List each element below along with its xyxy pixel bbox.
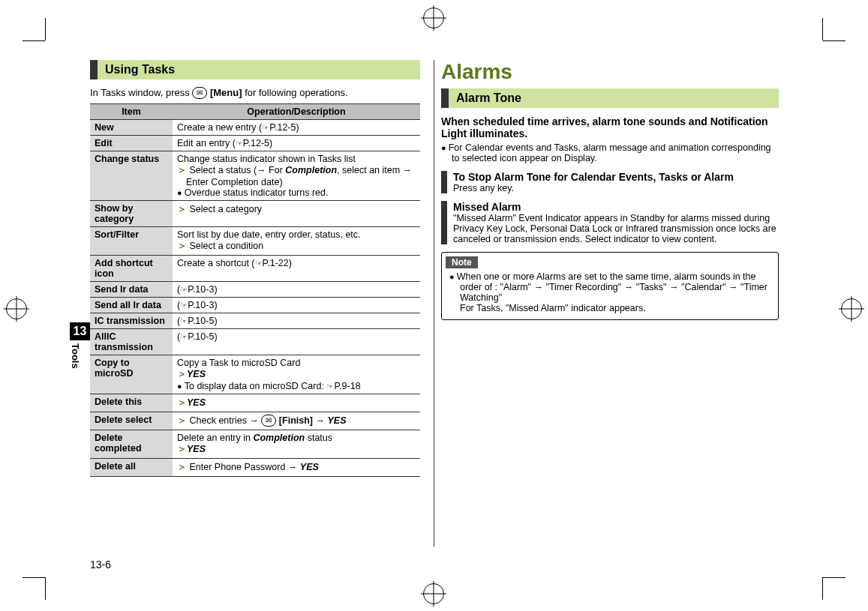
- intro-suffix: for following operations.: [245, 87, 347, 98]
- registration-mark-icon: [423, 583, 444, 604]
- item-label: Edit: [90, 136, 173, 151]
- page-ref-icon: ☞: [255, 259, 263, 268]
- table-row: Sort/Filter Sort list by due date, entry…: [90, 227, 420, 256]
- registration-mark-icon: [423, 7, 444, 28]
- crop-mark: [822, 577, 823, 600]
- chevron-icon: ＞: [177, 165, 187, 175]
- item-desc: Delete an entry in Completion status ＞YE…: [173, 430, 420, 459]
- table-row: Delete completed Delete an entry in Comp…: [90, 430, 420, 459]
- registration-mark-icon: [841, 298, 862, 319]
- crop-mark: [823, 577, 845, 578]
- crop-mark: [23, 40, 45, 41]
- page-ref-icon: ☞: [180, 301, 188, 310]
- table-row: Edit Edit an entry (☞P.12-5): [90, 136, 420, 151]
- item-label: Delete completed: [90, 430, 173, 459]
- sub-block-stop-alarm: To Stop Alarm Tone for Calendar Events, …: [441, 171, 779, 193]
- table-header-row: Item Operation/Description: [90, 104, 420, 120]
- note-box: Note When one or more Alarms are set to …: [441, 252, 779, 320]
- chevron-icon: ＞: [177, 444, 187, 454]
- table-row: Delete this ＞YES: [90, 394, 420, 412]
- item-desc: (☞P.10-5): [173, 329, 420, 355]
- chevron-icon: ＞: [177, 369, 187, 379]
- item-label: Change status: [90, 151, 173, 201]
- table-row: New Create a new entry (☞P.12-5): [90, 120, 420, 136]
- item-label: New: [90, 120, 173, 136]
- item-desc: (☞P.10-3): [173, 298, 420, 313]
- table-row: Add shortcut icon Create a shortcut (☞P.…: [90, 256, 420, 282]
- envelope-key-icon: ✉: [261, 415, 276, 427]
- operations-table: Item Operation/Description New Create a …: [90, 103, 420, 477]
- table-row: Delete select ＞ Check entries → ✉ [Finis…: [90, 412, 420, 430]
- table-row: Copy to microSD Copy a Task to microSD C…: [90, 355, 420, 394]
- table-row: Send Ir data (☞P.10-3): [90, 282, 420, 298]
- page-ref-icon: ☞: [326, 382, 334, 391]
- item-label: Delete all: [90, 459, 173, 477]
- item-label: Show by category: [90, 201, 173, 227]
- table-row: Show by category ＞ Select a category: [90, 201, 420, 227]
- lead-bullet: For Calendar events and Tasks, alarm mes…: [441, 142, 779, 163]
- item-label: Add shortcut icon: [90, 256, 173, 282]
- section-title-alarm-tone: Alarm Tone: [441, 88, 779, 108]
- item-desc: ＞ Select a category: [173, 201, 420, 227]
- item-label: AllIC transmission: [90, 329, 173, 355]
- item-label: Delete this: [90, 394, 173, 412]
- section-title-using-tasks: Using Tasks: [90, 60, 420, 79]
- intro-line: In Tasks window, press ✉ [Menu] for foll…: [90, 87, 420, 99]
- sub-block-missed-alarm: Missed Alarm "Missed Alarm" Event Indica…: [441, 201, 779, 244]
- item-label: IC transmission: [90, 313, 173, 329]
- chevron-icon: ＞: [177, 415, 187, 426]
- intro-key-label: [Menu]: [210, 87, 242, 98]
- item-label: Send all Ir data: [90, 298, 173, 313]
- col-item: Item: [90, 104, 173, 120]
- lead-text: When scheduled time arrives, alarm tone …: [441, 115, 779, 139]
- chevron-icon: ＞: [177, 204, 187, 214]
- chapter-label: Tools: [70, 343, 81, 369]
- registration-mark-icon: [6, 298, 27, 319]
- chevron-icon: ＞: [177, 397, 187, 408]
- crop-mark: [23, 577, 45, 578]
- table-row: AllIC transmission (☞P.10-5): [90, 329, 420, 355]
- table-row: IC transmission (☞P.10-5): [90, 313, 420, 329]
- item-label: Send Ir data: [90, 282, 173, 298]
- item-desc: ＞YES: [173, 394, 420, 412]
- item-desc: Copy a Task to microSD Card ＞YES To disp…: [173, 355, 420, 394]
- item-desc: Edit an entry (☞P.12-5): [173, 136, 420, 151]
- item-desc: Sort list by due date, entry order, stat…: [173, 227, 420, 256]
- sub-body: Press any key.: [453, 183, 779, 193]
- sub-title: Missed Alarm: [453, 201, 779, 213]
- envelope-key-icon: ✉: [192, 87, 207, 99]
- item-desc: ＞ Check entries → ✉ [Finish] → YES: [173, 412, 420, 430]
- page-ref-icon: ☞: [180, 316, 188, 326]
- note-label: Note: [446, 256, 478, 268]
- item-desc: Change status indicator shown in Tasks l…: [173, 151, 420, 201]
- chevron-icon: ＞: [177, 241, 187, 251]
- page-number: 13-6: [90, 559, 111, 571]
- intro-prefix: In Tasks window, press: [90, 87, 192, 98]
- crop-mark: [823, 40, 845, 41]
- item-label: Copy to microSD: [90, 355, 173, 394]
- sub-body: "Missed Alarm" Event Indicator appears i…: [453, 213, 779, 244]
- crop-mark: [45, 18, 46, 40]
- item-desc: Create a new entry (☞P.12-5): [173, 120, 420, 136]
- page-ref-icon: ☞: [180, 285, 188, 295]
- right-column: Alarms Alarm Tone When scheduled time ar…: [441, 60, 779, 477]
- page-ref-icon: ☞: [262, 123, 269, 133]
- item-desc: (☞P.10-5): [173, 313, 420, 329]
- page-ref-icon: ☞: [236, 139, 243, 148]
- item-label: Delete select: [90, 412, 173, 430]
- crop-mark: [822, 18, 823, 40]
- item-label: Sort/Filter: [90, 227, 173, 256]
- item-desc: Create a shortcut (☞P.1-22): [173, 256, 420, 282]
- crop-mark: [45, 577, 46, 600]
- sub-title: To Stop Alarm Tone for Calendar Events, …: [453, 171, 779, 183]
- table-row: Delete all ＞ Enter Phone Password → YES: [90, 459, 420, 477]
- page-tab: 13 Tools: [70, 322, 90, 379]
- col-desc: Operation/Description: [173, 104, 420, 120]
- chapter-number: 13: [70, 322, 90, 340]
- table-row: Send all Ir data (☞P.10-3): [90, 298, 420, 313]
- page-ref-icon: ☞: [180, 332, 188, 342]
- item-desc: ＞ Enter Phone Password → YES: [173, 459, 420, 477]
- chevron-icon: ＞: [177, 462, 187, 472]
- note-line: When one or more Alarms are set to the s…: [449, 271, 770, 313]
- heading-alarms: Alarms: [441, 60, 779, 84]
